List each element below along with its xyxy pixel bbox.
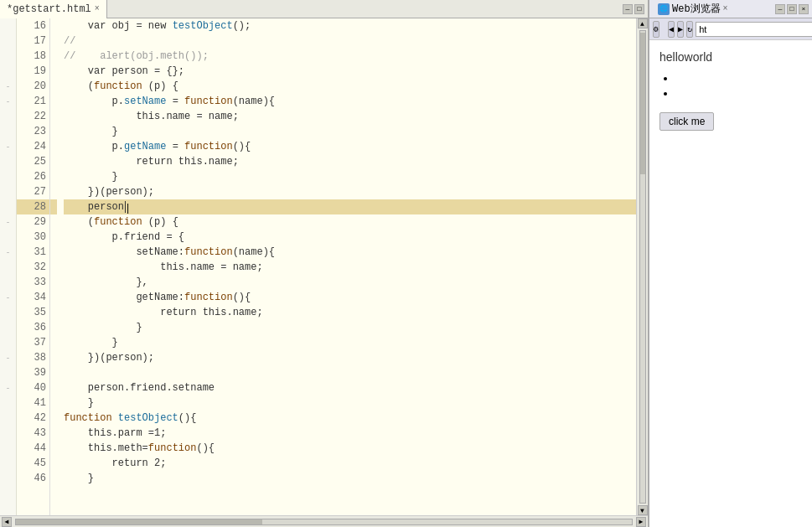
line-num-23: 23 [17,124,49,139]
main-container: *getstart.html × — □ - - - [0,0,812,527]
code-line-16: var obj = new testObject(); [64,18,648,34]
code-line-25: return this.name; [64,154,648,169]
margin-row [0,154,16,169]
margin-row [0,199,16,214]
browser-maximize-btn[interactable]: □ [787,4,797,14]
scroll-left-btn[interactable]: ◀ [2,517,12,527]
line-num-45: 45 [17,456,49,471]
margin-row [0,49,16,64]
line-num-21: 21 [17,94,49,109]
code-line-17: // [64,34,648,49]
line-numbers: 16 17 18 19 20 21 22 23 24 25 26 27 28 2… [17,18,50,515]
code-line-23: } [64,124,648,139]
margin-row: - [0,245,16,260]
line-num-40: 40 [17,380,49,395]
browser-settings-btn[interactable]: ⚙ [653,21,659,38]
code-line-30: p.friend = { [64,230,648,245]
browser-toolbar: ⚙ ◀ ▶ ↻ [649,18,812,40]
browser-minimize-btn[interactable]: — [775,4,785,14]
code-line-33: }, [64,275,648,290]
margin-row: - [0,214,16,230]
editor-tab-close[interactable]: × [95,4,100,13]
margin-row: - [0,380,16,395]
editor-tab[interactable]: *getstart.html × [0,0,107,18]
scroll-up-btn[interactable]: ▲ [638,18,648,28]
scroll-x-track[interactable] [15,519,633,525]
scroll-down-btn[interactable]: ▼ [638,505,648,515]
browser-tab-bar: 🌐 Web浏览器 × — □ × [649,0,812,18]
text-cursor: | [125,201,126,213]
editor-left-margin: - - - - - - - - [0,18,17,515]
code-line-22: this.name = name; [64,109,648,124]
margin-row: - [0,350,16,365]
editor-scrollbar-y[interactable]: ▲ ▼ [636,18,648,515]
margin-row [0,169,16,184]
browser-close-btn[interactable]: × [799,4,809,14]
browser-refresh-btn[interactable]: ↻ [686,21,693,38]
line-num-25: 25 [17,154,49,169]
back-icon: ◀ [669,24,674,34]
code-line-26: } [64,169,648,184]
margin-row: - [0,94,16,109]
line-num-17: 17 [17,34,49,49]
click-me-button[interactable]: click me [659,112,714,131]
code-line-31: setName:function(name){ [64,245,648,260]
code-line-19: var person = {}; [64,64,648,79]
browser-page-title: helloworld [659,50,802,64]
code-line-37: } [64,335,648,350]
margin-row [0,411,16,426]
browser-forward-btn[interactable]: ▶ [677,21,684,38]
line-num-33: 33 [17,275,49,290]
browser-back-btn[interactable]: ◀ [668,21,675,38]
line-num-42: 42 [17,411,49,426]
code-line-39 [64,365,648,380]
margin-row [0,471,16,486]
code-line-27: })(person); [64,184,648,199]
line-num-46: 46 [17,471,49,486]
margin-row [0,64,16,79]
line-num-24: 24 [17,139,49,154]
browser-win-btns: — □ × [775,4,809,14]
editor-tab-bar: *getstart.html × — □ [0,0,648,18]
editor-tab-label: *getstart.html [7,3,91,15]
browser-tab-close[interactable]: × [723,4,728,13]
code-area[interactable]: var obj = new testObject(); // // alert(… [57,18,648,515]
margin-row [0,230,16,245]
line-num-30: 30 [17,230,49,245]
list-item-1 [676,72,802,87]
line-num-37: 37 [17,335,49,350]
line-num-39: 39 [17,365,49,380]
forward-icon: ▶ [678,24,683,34]
code-line-38: })(person); [64,350,648,365]
line-num-32: 32 [17,260,49,275]
code-line-40: person.friend.setname [64,380,648,395]
editor-win-btns: — □ [623,4,648,14]
line-num-20: 20 [17,79,49,94]
margin-row [0,18,16,34]
scroll-y-track[interactable] [639,30,646,504]
line-num-31: 31 [17,245,49,260]
code-line-21: p.setName = function(name){ [64,94,648,109]
line-num-35: 35 [17,305,49,320]
code-line-20: (function (p) { [64,79,648,94]
scroll-x-thumb[interactable] [16,519,262,524]
scroll-y-thumb[interactable] [640,33,645,174]
scroll-right-btn[interactable]: ▶ [636,517,646,527]
browser-url-input[interactable] [696,22,812,37]
margin-row: - [0,290,16,305]
browser-content: helloworld click me [649,40,812,527]
editor-minimize-btn[interactable]: — [623,4,633,14]
code-line-28: person| [64,199,648,214]
code-line-35: return this.name; [64,305,648,320]
editor-maximize-btn[interactable]: □ [634,4,644,14]
code-line-29: (function (p) { [64,214,648,230]
editor-scrollbar-x[interactable]: ◀ ▶ [0,515,648,527]
code-line-46: } [64,471,648,486]
margin-row [0,365,16,380]
line-num-28: 28 [17,199,49,214]
margin-row [0,335,16,350]
line-num-27: 27 [17,184,49,199]
browser-tab[interactable]: 🌐 Web浏览器 × [653,0,733,18]
code-line-34: getName:function(){ [64,290,648,305]
line-num-34: 34 [17,290,49,305]
